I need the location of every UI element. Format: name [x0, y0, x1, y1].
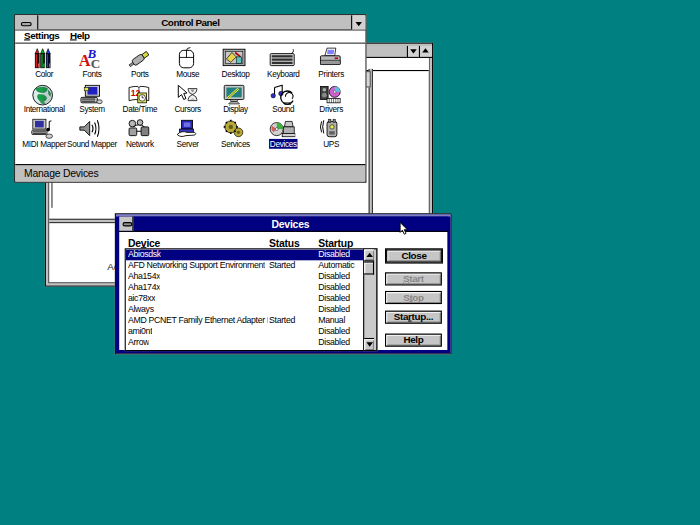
svg-text:A: A [79, 51, 91, 69]
svg-text:C: C [91, 56, 100, 69]
